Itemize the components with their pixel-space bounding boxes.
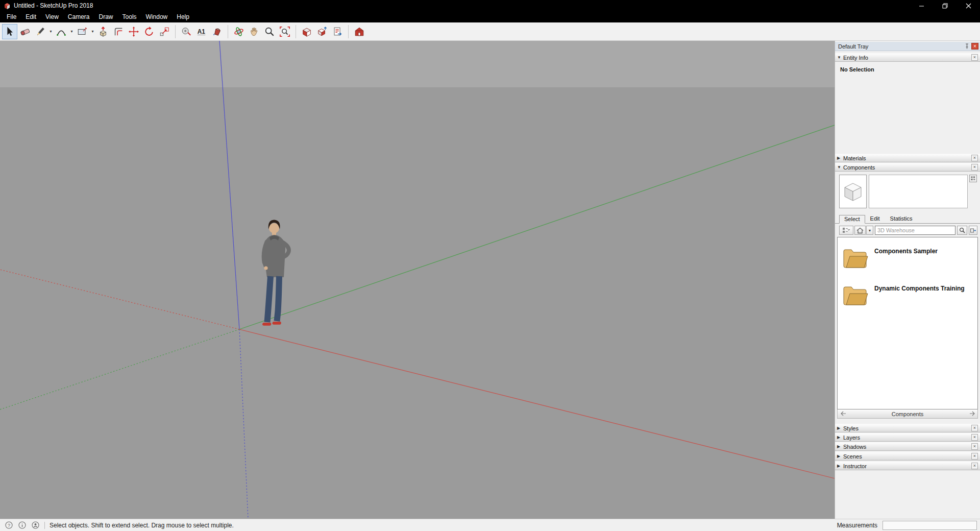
- move-tool-button[interactable]: [126, 24, 141, 39]
- close-button[interactable]: [957, 0, 980, 11]
- expand-triangle-icon: ▶: [837, 464, 843, 468]
- collections-dropdown-button[interactable]: ▾: [866, 226, 873, 235]
- extension-warehouse-button[interactable]: [352, 24, 367, 39]
- line-tool-dropdown[interactable]: ▾: [48, 24, 54, 39]
- text-tool-button[interactable]: A1: [194, 24, 209, 39]
- share-model-icon: [316, 26, 328, 37]
- styles-close-button[interactable]: ×: [971, 425, 978, 431]
- statusbar: ? Select objects. Shift to extend select…: [0, 519, 980, 531]
- maximize-button[interactable]: [933, 0, 957, 11]
- arc-tool-dropdown[interactable]: ▾: [69, 24, 75, 39]
- line-tool-button[interactable]: [33, 24, 48, 39]
- paint-bucket-icon: [211, 26, 223, 37]
- offset-tool-button[interactable]: [111, 24, 126, 39]
- select-tool-button[interactable]: [2, 24, 17, 39]
- section-header-materials[interactable]: ▶ Materials ×: [835, 154, 980, 162]
- menu-view[interactable]: View: [41, 12, 63, 21]
- tape-measure-tool-button[interactable]: [179, 24, 194, 39]
- offset-icon: [113, 26, 124, 37]
- arrow-left-icon: [841, 411, 846, 416]
- sign-in-button[interactable]: [31, 521, 40, 529]
- pin-icon[interactable]: [964, 43, 970, 49]
- tab-statistics[interactable]: Statistics: [885, 214, 918, 223]
- search-button[interactable]: [957, 226, 967, 235]
- instructor-close-button[interactable]: ×: [971, 463, 978, 469]
- eraser-icon: [19, 26, 31, 37]
- section-header-layers[interactable]: ▶ Layers ×: [835, 433, 980, 442]
- tab-select[interactable]: Select: [839, 215, 865, 224]
- scale-tool-button[interactable]: [157, 24, 172, 39]
- view-options-button[interactable]: [839, 226, 853, 235]
- arc-tool-button[interactable]: [54, 24, 69, 39]
- section-header-shadows[interactable]: ▶ Shadows ×: [835, 442, 980, 451]
- rectangle-tool-button[interactable]: [75, 24, 90, 39]
- layers-close-button[interactable]: ×: [971, 434, 978, 441]
- in-model-button[interactable]: [854, 226, 866, 235]
- tray-titlebar[interactable]: Default Tray ×: [835, 42, 980, 51]
- components-list: Components Sampler Dynamic Components Tr…: [837, 237, 978, 409]
- materials-close-button[interactable]: ×: [971, 155, 978, 161]
- warehouse-search-input[interactable]: [875, 226, 955, 235]
- expand-triangle-icon: ▶: [837, 435, 843, 440]
- toolbar-separator: [175, 25, 176, 38]
- credits-button[interactable]: [18, 521, 27, 529]
- minimize-button[interactable]: [910, 0, 933, 11]
- zoom-extents-icon: [279, 26, 290, 37]
- section-header-entity-info[interactable]: ▼ Entity Info ×: [835, 53, 980, 62]
- geolocation-button[interactable]: ?: [5, 521, 13, 529]
- list-item[interactable]: Components Sampler: [838, 244, 977, 281]
- measurements-label: Measurements: [837, 522, 877, 529]
- view-options-icon: [842, 227, 850, 233]
- open-panel-button[interactable]: [969, 226, 977, 235]
- menu-window[interactable]: Window: [141, 12, 173, 21]
- entity-info-label: Entity Info: [843, 55, 868, 61]
- components-close-button[interactable]: ×: [971, 164, 978, 171]
- entity-info-close-button[interactable]: ×: [971, 54, 978, 61]
- component-panes-button[interactable]: [969, 175, 977, 182]
- expand-triangle-icon: ▶: [837, 426, 843, 430]
- minimize-icon: [919, 3, 924, 9]
- extension-warehouse-icon: [354, 26, 365, 37]
- shadows-close-button[interactable]: ×: [971, 443, 978, 450]
- section-header-components[interactable]: ▼ Components ×: [835, 163, 980, 172]
- rectangle-tool-dropdown[interactable]: ▾: [90, 24, 95, 39]
- text-icon: A1: [196, 26, 207, 37]
- tray-close-button[interactable]: ×: [971, 43, 978, 50]
- pushpull-tool-button[interactable]: [95, 24, 111, 39]
- nav-forward-button[interactable]: [968, 411, 975, 417]
- paint-bucket-tool-button[interactable]: [209, 24, 225, 39]
- menu-draw[interactable]: Draw: [94, 12, 118, 21]
- styles-label: Styles: [843, 425, 859, 431]
- menu-help[interactable]: Help: [172, 12, 194, 21]
- send-to-layout-button[interactable]: [330, 24, 345, 39]
- tape-measure-icon: [181, 26, 192, 37]
- menu-camera[interactable]: Camera: [63, 12, 94, 21]
- zoom-extents-tool-button[interactable]: [277, 24, 292, 39]
- rotate-tool-button[interactable]: [141, 24, 157, 39]
- pan-hand-icon: [249, 26, 260, 37]
- scenes-close-button[interactable]: ×: [971, 453, 978, 460]
- list-item[interactable]: Dynamic Components Training: [838, 281, 977, 319]
- nav-back-button[interactable]: [840, 411, 847, 417]
- close-icon: [966, 3, 971, 9]
- orbit-tool-button[interactable]: [231, 24, 247, 39]
- pan-tool-button[interactable]: [247, 24, 262, 39]
- zoom-tool-button[interactable]: [262, 24, 277, 39]
- measurements-input[interactable]: [883, 521, 977, 530]
- arc-icon: [56, 26, 67, 37]
- list-item-label: Components Sampler: [874, 248, 938, 281]
- eraser-tool-button[interactable]: [17, 24, 33, 39]
- section-header-instructor[interactable]: ▶ Instructor ×: [835, 462, 980, 470]
- info-icon: [18, 521, 26, 529]
- section-header-styles[interactable]: ▶ Styles ×: [835, 424, 980, 432]
- menu-tools[interactable]: Tools: [118, 12, 141, 21]
- tab-edit[interactable]: Edit: [865, 214, 885, 223]
- section-header-scenes[interactable]: ▶ Scenes ×: [835, 452, 980, 461]
- instructor-label: Instructor: [843, 463, 867, 469]
- menu-file[interactable]: File: [2, 12, 21, 21]
- share-model-button[interactable]: [314, 24, 330, 39]
- menu-edit[interactable]: Edit: [21, 12, 41, 21]
- modeling-viewport[interactable]: [0, 41, 835, 519]
- 3d-warehouse-button[interactable]: [299, 24, 314, 39]
- tray-title: Default Tray: [838, 43, 868, 50]
